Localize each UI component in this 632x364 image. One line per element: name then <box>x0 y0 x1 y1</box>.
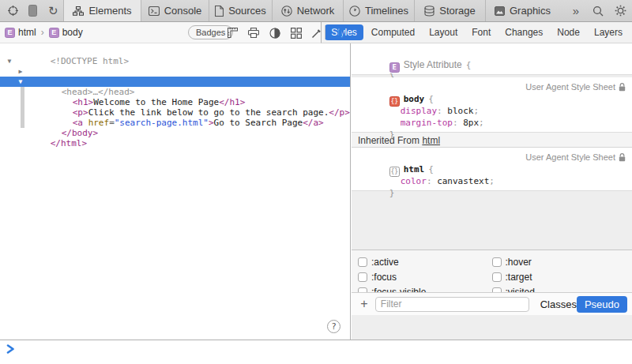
dom-node-body-close[interactable]: </body> <box>0 118 350 128</box>
rulers-icon[interactable] <box>225 26 239 39</box>
html-rule-section[interactable]: User Agent Style Sheet {}html{ color: ca… <box>352 148 632 191</box>
pseudo-focus-checkbox[interactable]: :focus <box>358 272 492 282</box>
details-sidebar-toggle-icon[interactable] <box>329 26 344 39</box>
toolbar-left-icons: ↻ <box>0 0 63 21</box>
checkbox-icon[interactable] <box>358 257 367 267</box>
classes-button[interactable]: Classes <box>540 298 577 310</box>
device-icon[interactable] <box>23 0 43 21</box>
checkbox-icon[interactable] <box>492 272 502 282</box>
tab-sources[interactable]: Sources <box>209 0 272 21</box>
checkbox-icon[interactable] <box>492 257 502 267</box>
tab-console[interactable]: Console <box>141 0 209 21</box>
lock-icon <box>619 153 626 162</box>
add-rule-button[interactable]: + <box>356 297 372 311</box>
quick-console-bar[interactable] <box>0 340 632 364</box>
pseudo-active-checkbox[interactable]: :active <box>358 257 492 267</box>
checkbox-icon[interactable] <box>358 272 367 282</box>
tab-label: Sources <box>228 5 266 17</box>
image-icon <box>495 6 505 16</box>
database-icon <box>424 6 434 17</box>
dom-tree-panel: <!DOCTYPE html> ▼ <html lang="en"> ▶ <he… <box>0 43 351 340</box>
tab-label: Graphics <box>510 5 551 17</box>
dom-node-body-selected[interactable]: ▼ <body> = $0 <box>0 77 350 87</box>
element-badge-body: E <box>49 28 59 38</box>
inspect-element-icon[interactable] <box>3 0 23 21</box>
toolbar-right-icons: » <box>564 0 632 21</box>
dom-navigation-bar: E html › E body Badges <box>0 22 322 43</box>
rule-selector: body <box>404 94 425 104</box>
breadcrumb-separator: › <box>41 27 44 38</box>
document-icon <box>215 6 224 17</box>
rule-title: Style Attribute <box>404 59 462 70</box>
disclosure-open-icon[interactable]: ▼ <box>16 77 25 87</box>
tab-network[interactable]: Network <box>272 0 343 21</box>
style-attribute-section[interactable]: EStyle Attribute{ } <box>352 43 632 75</box>
tab-label: Storage <box>439 5 476 17</box>
element-badge-html: E <box>5 28 15 38</box>
grid-overlay-icon[interactable] <box>289 26 303 39</box>
dom-node-a[interactable]: <a href="search-page.html">Go to Search … <box>0 107 350 118</box>
search-icon[interactable] <box>588 0 608 21</box>
tab-label: Elements <box>88 5 131 17</box>
pseudo-class-toggles: :active :focus :focus-visible :focus-wit… <box>352 250 632 292</box>
pseudo-button[interactable]: Pseudo <box>577 296 627 313</box>
settings-gear-icon[interactable] <box>608 0 632 21</box>
tab-computed[interactable]: Computed <box>365 24 421 40</box>
dom-node-h1[interactable]: <h1>Welcome to the Home Page</h1> <box>0 87 350 97</box>
console-icon <box>149 6 160 16</box>
breadcrumb-item-body[interactable]: body <box>62 27 83 38</box>
styles-filter-bar: + Classes Pseudo <box>352 292 632 315</box>
lock-icon <box>619 83 626 92</box>
disclosure-open-icon[interactable]: ▼ <box>5 56 14 66</box>
rule-origin: User Agent Style Sheet <box>525 82 626 92</box>
dom-node-html[interactable]: ▼ <html lang="en"> <box>0 56 350 66</box>
console-prompt-chevron-icon <box>6 344 15 354</box>
disclosure-closed-icon[interactable]: ▶ <box>16 66 25 77</box>
toolbar-divider <box>325 26 325 39</box>
body-rule-section[interactable]: User Agent Style Sheet {}body{ display: … <box>352 77 632 133</box>
tab-layers[interactable]: Layers <box>588 24 629 40</box>
tab-font[interactable]: Font <box>465 24 497 40</box>
secondary-toolbar: E html › E body Badges <box>0 22 632 43</box>
breadcrumb: E html › E body <box>5 27 83 38</box>
help-button[interactable]: ? <box>327 320 340 333</box>
tab-graphics[interactable]: Graphics <box>485 0 559 21</box>
dom-node-doctype[interactable]: <!DOCTYPE html> <box>0 46 350 56</box>
sidebar-tab-bar: Styles Computed Layout Font Changes Node… <box>322 22 632 43</box>
inherited-node-link[interactable]: html <box>422 135 440 146</box>
styles-sidebar-panel: EStyle Attribute{ } User Agent Style She… <box>352 43 632 340</box>
more-tabs-chevron-icon[interactable]: » <box>564 0 588 21</box>
tab-elements[interactable]: Elements <box>63 0 141 21</box>
tab-layout[interactable]: Layout <box>423 24 464 40</box>
tab-label: Timelines <box>365 5 408 17</box>
tab-node[interactable]: Node <box>551 24 586 40</box>
elements-hierarchy-icon <box>73 6 84 16</box>
print-styles-icon[interactable] <box>246 26 261 39</box>
edit-paintbrush-icon[interactable] <box>310 26 324 39</box>
clock-icon <box>349 6 360 17</box>
reload-icon[interactable]: ↻ <box>43 0 63 21</box>
appearance-contrast-icon[interactable] <box>268 26 282 39</box>
dom-node-html-close[interactable]: </html> <box>0 128 350 138</box>
pseudo-hover-checkbox[interactable]: :hover <box>492 257 626 267</box>
tab-label: Console <box>164 5 202 17</box>
styles-filter-input[interactable] <box>375 297 529 312</box>
rule-selector: html <box>404 164 425 174</box>
tab-timelines[interactable]: Timelines <box>343 0 414 21</box>
dom-node-head[interactable]: ▶ <head>…</head> <box>0 66 350 77</box>
pseudo-target-checkbox[interactable]: :target <box>492 272 626 282</box>
tab-changes[interactable]: Changes <box>498 24 549 40</box>
network-icon <box>281 6 292 17</box>
tab-label: Network <box>297 5 335 17</box>
tab-storage[interactable]: Storage <box>414 0 485 21</box>
main-toolbar: ↻ Elements Console Sources Network Timel… <box>0 0 632 22</box>
breadcrumb-item-html[interactable]: html <box>18 27 36 38</box>
dom-node-p[interactable]: <p>Click the link below to go to the sea… <box>0 97 350 107</box>
rule-origin: User Agent Style Sheet <box>525 152 626 162</box>
